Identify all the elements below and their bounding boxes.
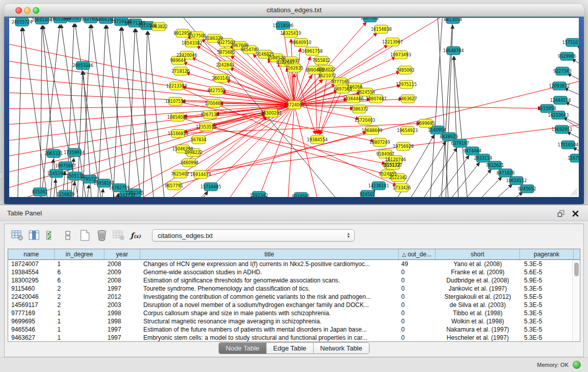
table-cell: 5.3E-5 bbox=[520, 260, 574, 268]
node-label: 16648784 bbox=[443, 49, 464, 53]
network-edge[interactable] bbox=[183, 62, 294, 105]
table-selector-dropdown[interactable]: citations_edges.txt ▲▼ bbox=[152, 229, 355, 242]
delete-column-icon[interactable] bbox=[95, 229, 108, 242]
node-label: 18107554 bbox=[165, 99, 186, 104]
network-edge[interactable] bbox=[428, 18, 443, 197]
network-canvas[interactable]: 2405572420691406160538091065325715276026… bbox=[9, 18, 579, 197]
show-columns-icon[interactable] bbox=[28, 229, 41, 242]
delete-table-icon[interactable] bbox=[112, 229, 125, 242]
network-edge[interactable] bbox=[122, 27, 145, 197]
network-edge[interactable] bbox=[9, 105, 294, 109]
node-label: 9657791 bbox=[165, 184, 183, 188]
table-row[interactable]: 1938455462009Genome-wide association stu… bbox=[8, 268, 580, 276]
close-panel-icon[interactable] bbox=[571, 209, 580, 218]
network-edge[interactable] bbox=[17, 28, 22, 197]
node-label: 7632621 bbox=[486, 163, 504, 168]
network-edge[interactable] bbox=[444, 177, 502, 197]
network-edge[interactable] bbox=[572, 59, 579, 77]
node-label: 12093832 bbox=[549, 84, 570, 89]
table-cell: 5.3E-5 bbox=[520, 301, 574, 309]
resize-grip-icon[interactable] bbox=[569, 187, 578, 196]
network-edge[interactable] bbox=[245, 105, 294, 197]
table-scrollbar-thumb[interactable] bbox=[574, 262, 579, 276]
node-label: 15692951 bbox=[552, 127, 573, 132]
node-label: 989644 bbox=[170, 58, 186, 63]
table-cell: Stergiakouli et al. (2012) bbox=[435, 293, 520, 301]
edit-columns-icon[interactable] bbox=[45, 229, 58, 242]
node-label: 10807487 bbox=[366, 97, 387, 101]
table-row[interactable]: 1872400712008Changes of HCN gene express… bbox=[8, 260, 580, 268]
network-edge[interactable] bbox=[437, 18, 450, 197]
network-edge[interactable] bbox=[48, 159, 53, 197]
node-label: 746266 bbox=[347, 85, 363, 90]
node-label: 12444158 bbox=[550, 98, 571, 103]
network-edge[interactable] bbox=[439, 18, 453, 197]
network-edge[interactable] bbox=[422, 163, 480, 197]
column-header-out_de[interactable]: △out_de... bbox=[399, 249, 435, 259]
node-label: 16210643 bbox=[548, 113, 569, 118]
table-mode-icon[interactable] bbox=[11, 229, 24, 242]
column-header-in_degree[interactable]: in_degree bbox=[55, 249, 104, 259]
node-label: 10654112 bbox=[506, 179, 527, 183]
network-edge[interactable] bbox=[40, 26, 42, 197]
create-column-icon[interactable] bbox=[78, 229, 92, 242]
table-cell: Jankovic et al. (1997) bbox=[435, 285, 520, 293]
network-graph[interactable]: 2405572420691406160538091065325715276026… bbox=[9, 18, 579, 197]
network-edge[interactable] bbox=[127, 29, 135, 197]
tab-node-table[interactable]: Node Table bbox=[219, 343, 266, 354]
table-cell: 0 bbox=[399, 334, 435, 342]
float-panel-icon[interactable] bbox=[556, 209, 565, 218]
node-label: 1480994 bbox=[180, 161, 199, 165]
network-edge[interactable] bbox=[294, 22, 366, 105]
table-cell: Investigating the contribution of common… bbox=[140, 293, 399, 301]
table-row[interactable]: 1830029562008Estimation of significance … bbox=[8, 276, 580, 285]
network-edge[interactable] bbox=[411, 156, 469, 197]
column-header-year[interactable]: year bbox=[104, 249, 140, 259]
network-edge[interactable] bbox=[454, 56, 471, 197]
table-row[interactable]: 969969511998Structural magnetic resonanc… bbox=[8, 317, 580, 325]
function-builder-icon[interactable]: ƒ(x) bbox=[129, 229, 142, 242]
divider-handle[interactable] bbox=[0, 172, 3, 179]
table-selector-value: citations_edges.txt bbox=[153, 232, 346, 239]
table-cell: 1998 bbox=[104, 309, 140, 317]
table-row[interactable]: 2242004622012Investigating the contribut… bbox=[8, 293, 580, 301]
column-header-pagerank[interactable]: pagerank bbox=[520, 249, 574, 259]
network-edge[interactable] bbox=[91, 25, 119, 197]
node-label: 1140954 bbox=[428, 128, 446, 133]
network-edge[interactable] bbox=[294, 105, 541, 108]
network-edge[interactable] bbox=[230, 68, 294, 105]
tab-network-table[interactable]: Network Table bbox=[313, 343, 369, 354]
network-edge[interactable] bbox=[577, 46, 579, 64]
network-edge[interactable] bbox=[186, 73, 294, 105]
table-cell: 0 bbox=[399, 276, 435, 285]
table-row[interactable]: 977716911998Corpus callosum shape and si… bbox=[8, 309, 580, 317]
memory-status-icon[interactable] bbox=[573, 361, 581, 369]
node-label: 10958167 bbox=[94, 181, 115, 186]
network-edge[interactable] bbox=[466, 192, 522, 197]
node-label: 18543382 bbox=[182, 41, 203, 46]
network-edge[interactable] bbox=[106, 25, 132, 197]
tab-edge-table[interactable]: Edge Table bbox=[266, 343, 313, 354]
network-edge[interactable] bbox=[286, 105, 294, 197]
node-label: 9227343 bbox=[553, 69, 572, 74]
network-edge[interactable] bbox=[318, 76, 327, 134]
table-cell: 1 bbox=[55, 260, 104, 268]
network-edge[interactable] bbox=[96, 25, 106, 197]
table-row[interactable]: 946362711997Embryonic stem cells: a mode… bbox=[8, 334, 580, 342]
node-label: 22420046 bbox=[177, 53, 198, 58]
column-header-title[interactable]: title bbox=[140, 249, 399, 259]
table-toolbar: ƒ(x) citations_edges.txt ▲▼ bbox=[5, 224, 583, 247]
table-row[interactable]: 911546021997Tourette syndrome. Phenomeno… bbox=[8, 285, 580, 293]
network-edge[interactable] bbox=[178, 191, 208, 197]
table-row[interactable]: 946554611997Estimation of the future num… bbox=[8, 325, 580, 334]
table-row[interactable]: 1456911722003Disruption of a novel membe… bbox=[8, 301, 580, 309]
table-scrollbar[interactable] bbox=[572, 260, 580, 341]
table-cell: 9699695 bbox=[8, 317, 55, 325]
network-edge[interactable] bbox=[568, 74, 579, 91]
row-height-icon[interactable] bbox=[61, 229, 75, 242]
column-header-short[interactable]: short bbox=[435, 249, 520, 259]
table-cell: 6 bbox=[55, 276, 104, 285]
column-header-name[interactable]: name bbox=[8, 249, 55, 259]
window-titlebar[interactable]: citations_edges.txt bbox=[4, 4, 584, 17]
network-edge[interactable] bbox=[112, 27, 121, 197]
